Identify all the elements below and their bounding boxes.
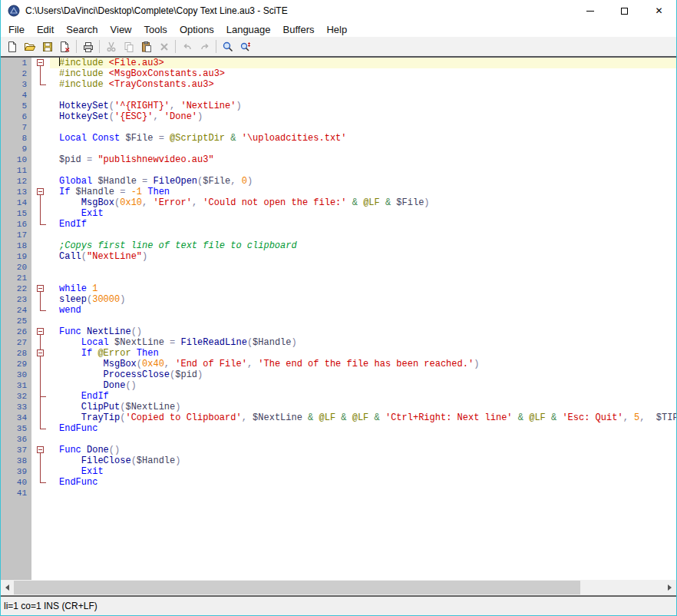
code-text[interactable]: sleep(30000): [50, 294, 676, 305]
code-text[interactable]: If @Error Then: [50, 348, 676, 359]
code-text[interactable]: ProcessClose($pid): [50, 369, 676, 380]
code-text[interactable]: EndIf: [50, 219, 676, 230]
menu-buffers[interactable]: Buffers: [277, 23, 321, 36]
line-number: 6: [1, 111, 31, 122]
code-text[interactable]: [50, 90, 676, 101]
code-text[interactable]: Global $Handle = FileOpen($File, 0): [50, 176, 676, 187]
menu-view[interactable]: View: [104, 23, 138, 36]
code-text[interactable]: HotkeySet('{ESC}', 'Done'): [50, 111, 676, 122]
code-line: 31 Done(): [1, 380, 676, 391]
code-text[interactable]: Call("NextLine"): [50, 251, 676, 262]
close-file-button[interactable]: [56, 38, 74, 55]
fold-margin: [31, 197, 50, 208]
code-text[interactable]: HotkeySet('^{RIGHT}', 'NextLine'): [50, 101, 676, 111]
code-text[interactable]: [50, 273, 676, 283]
line-number: 26: [1, 326, 31, 337]
fold-margin: [31, 68, 50, 79]
menu-help[interactable]: Help: [320, 23, 353, 36]
code-text[interactable]: EndIf: [50, 391, 676, 402]
code-text[interactable]: [50, 122, 676, 133]
code-text[interactable]: while 1: [50, 283, 676, 294]
scrollbar-thumb[interactable]: [14, 581, 580, 594]
horizontal-scrollbar[interactable]: [1, 580, 676, 595]
code-text[interactable]: If $Handle = -1 Then: [50, 187, 676, 197]
code-text[interactable]: Func NextLine(): [50, 326, 676, 337]
code-line: 33 ClipPut($NextLine): [1, 402, 676, 412]
delete-button[interactable]: [155, 38, 173, 55]
code-text[interactable]: $pid = "publishnewvideo.au3": [50, 154, 676, 165]
fold-toggle[interactable]: [31, 187, 50, 197]
line-number: 23: [1, 294, 31, 305]
code-text[interactable]: wend: [50, 305, 676, 316]
close-button[interactable]: ✕: [642, 0, 676, 22]
cut-button[interactable]: [102, 38, 120, 55]
fold-margin: [31, 455, 50, 466]
line-number: 39: [1, 466, 31, 477]
maximize-button[interactable]: [607, 0, 642, 22]
editor[interactable]: 1#include <File.au3>2#include <MsgBoxCon…: [1, 58, 676, 580]
code-text[interactable]: Local Const $File = @ScriptDir & '\uploa…: [50, 133, 676, 144]
code-text[interactable]: Done(): [50, 380, 676, 391]
menu-bar: FileEditSearchViewToolsOptionsLanguageBu…: [1, 22, 676, 37]
fold-toggle[interactable]: [31, 326, 50, 337]
menu-tools[interactable]: Tools: [138, 23, 173, 36]
code-text[interactable]: EndFunc: [50, 477, 676, 488]
fold-margin: [31, 122, 50, 133]
code-text[interactable]: Exit: [50, 466, 676, 477]
code-text[interactable]: [50, 488, 676, 498]
open-file-button[interactable]: [21, 38, 38, 55]
code-text[interactable]: ;Copys first line of text file to clipbo…: [50, 240, 676, 251]
code-text[interactable]: MsgBox(0x40, 'End of File', 'The end of …: [50, 359, 676, 369]
code-text[interactable]: EndFunc: [50, 423, 676, 434]
code-text[interactable]: Exit: [50, 208, 676, 219]
title-bar[interactable]: C:\Users\DaVinci\Desktop\Complete\Copy T…: [1, 0, 676, 22]
find-button[interactable]: [219, 38, 236, 55]
paste-button[interactable]: [137, 38, 155, 55]
fold-margin: [31, 316, 50, 326]
code-text[interactable]: Local $NextLine = FileReadLine($Handle): [50, 337, 676, 348]
code-text[interactable]: ClipPut($NextLine): [50, 402, 676, 412]
save-file-button[interactable]: [38, 38, 56, 55]
scite-window: C:\Users\DaVinci\Desktop\Complete\Copy T…: [0, 0, 677, 616]
menu-options[interactable]: Options: [173, 23, 220, 36]
scroll-left-arrow-icon[interactable]: [1, 580, 14, 595]
undo-button[interactable]: [178, 38, 196, 55]
code-text[interactable]: #include <File.au3>: [50, 58, 676, 68]
fold-toggle[interactable]: [31, 445, 50, 455]
code-text[interactable]: #include <MsgBoxConstants.au3>: [50, 68, 676, 79]
redo-button[interactable]: [196, 38, 213, 55]
line-number: 40: [1, 477, 31, 488]
code-text[interactable]: Func Done(): [50, 445, 676, 455]
menu-file[interactable]: File: [2, 23, 31, 36]
code-line: 36: [1, 434, 676, 445]
code-text[interactable]: [50, 434, 676, 445]
menu-edit[interactable]: Edit: [31, 23, 60, 36]
fold-margin: [31, 101, 50, 111]
code-text[interactable]: MsgBox(0x10, 'Error', 'Could not open th…: [50, 197, 676, 208]
code-text[interactable]: [50, 316, 676, 326]
print-button[interactable]: [79, 38, 97, 55]
code-text[interactable]: [50, 230, 676, 240]
code-line: 12Global $Handle = FileOpen($File, 0): [1, 176, 676, 187]
code-line: 5HotkeySet('^{RIGHT}', 'NextLine'): [1, 101, 676, 111]
code-text[interactable]: [50, 262, 676, 273]
code-line: 13If $Handle = -1 Then: [1, 187, 676, 197]
menu-language[interactable]: Language: [220, 23, 277, 36]
code-line: 16EndIf: [1, 219, 676, 230]
replace-button[interactable]: [236, 38, 254, 55]
minimize-button[interactable]: [573, 0, 607, 22]
code-text[interactable]: #include <TrayConstants.au3>: [50, 79, 676, 90]
line-number: 33: [1, 402, 31, 412]
line-number: 18: [1, 240, 31, 251]
code-text[interactable]: TrayTip('Copied to Clipboard', $NextLine…: [50, 412, 676, 423]
fold-toggle[interactable]: [31, 58, 50, 68]
code-text[interactable]: FileClose($Handle): [50, 455, 676, 466]
new-file-button[interactable]: [3, 38, 21, 55]
fold-toggle[interactable]: [31, 348, 50, 359]
menu-search[interactable]: Search: [60, 23, 104, 36]
fold-toggle[interactable]: [31, 283, 50, 294]
code-text[interactable]: [50, 165, 676, 176]
scroll-right-arrow-icon[interactable]: [663, 580, 676, 595]
code-text[interactable]: [50, 144, 676, 154]
copy-button[interactable]: [120, 38, 137, 55]
